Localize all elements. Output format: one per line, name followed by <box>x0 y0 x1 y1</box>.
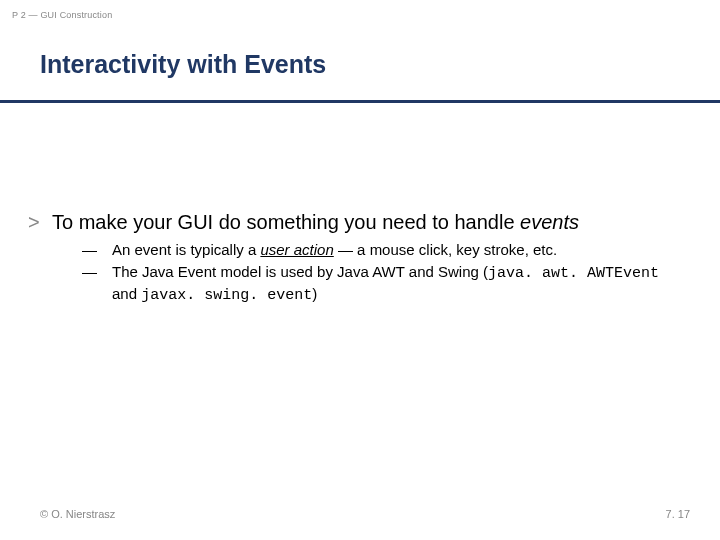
footer-page-number: 7. 17 <box>666 508 690 520</box>
bullet-lvl2: — The Java Event model is used by Java A… <box>82 262 660 306</box>
text-segment: ) <box>312 285 317 302</box>
code-segment: java. awt. AWTEvent <box>488 265 659 282</box>
bullet-marker: — <box>82 262 112 306</box>
bullet-text: An event is typically a user action — a … <box>112 240 557 260</box>
slide-title: Interactivity with Events <box>40 50 326 79</box>
bullet-text: The Java Event model is used by Java AWT… <box>112 262 660 306</box>
bullet-text: To make your GUI do something you need t… <box>52 210 579 234</box>
text-em: events <box>520 211 579 233</box>
text-segment: To make your GUI do something you need t… <box>52 211 520 233</box>
bullet-lvl1: > To make your GUI do something you need… <box>28 210 680 234</box>
bullet-lvl2: — An event is typically a user action — … <box>82 240 660 260</box>
footer-copyright: © O. Nierstrasz <box>40 508 115 520</box>
course-header: P 2 — GUI Construction <box>12 10 112 20</box>
text-segment: — a mouse click, key stroke, etc. <box>334 241 557 258</box>
text-segment: An event is typically a <box>112 241 260 258</box>
text-segment: and <box>112 285 141 302</box>
text-segment: The Java Event model is used by Java AWT… <box>112 263 488 280</box>
code-segment: javax. swing. event <box>141 287 312 304</box>
subbullet-group: — An event is typically a user action — … <box>82 240 660 306</box>
body-content: > To make your GUI do something you need… <box>28 210 680 308</box>
title-underline <box>0 100 720 103</box>
text-em-underline: user action <box>260 241 333 258</box>
slide: P 2 — GUI Construction Interactivity wit… <box>0 0 720 540</box>
bullet-marker: — <box>82 240 112 260</box>
bullet-marker: > <box>28 210 52 234</box>
